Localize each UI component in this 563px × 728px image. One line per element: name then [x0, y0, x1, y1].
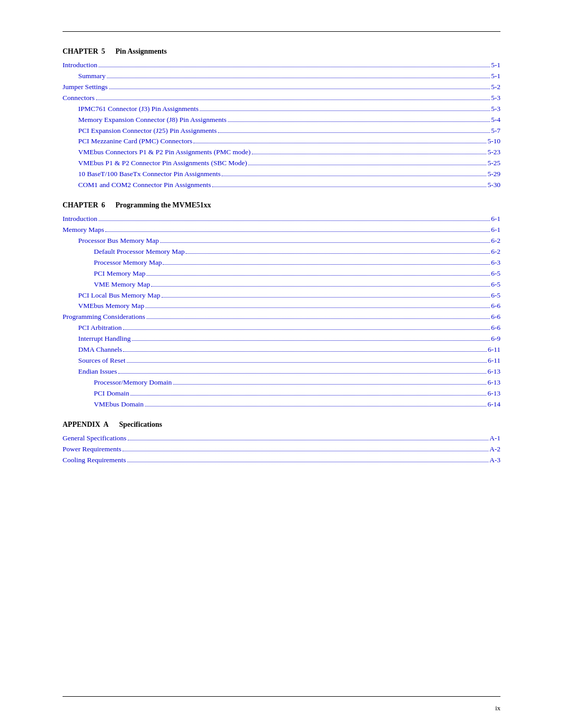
toc-page-number: 5-3: [491, 104, 500, 115]
toc-page-number: 5-7: [491, 126, 500, 137]
chapter6-heading: CHAPTER 6 Programming the MVME51xx: [63, 201, 500, 209]
toc-dots: [127, 362, 487, 363]
list-item: Memory Expansion Connector (J8) Pin Assi…: [63, 115, 500, 126]
appendixA-toc: General SpecificationsA-1Power Requireme…: [63, 433, 500, 466]
chapter6-label: CHAPTER: [63, 201, 98, 209]
list-item: Connectors5-3: [63, 93, 500, 104]
toc-page-number: 6-2: [491, 236, 500, 246]
toc-entry-text[interactable]: PCI Local Bus Memory Map: [78, 290, 161, 301]
toc-page-number: 5-10: [487, 136, 500, 147]
toc-entry-text[interactable]: PCI Arbitration: [78, 323, 122, 334]
toc-dots: [186, 253, 490, 254]
list-item: Summary5-1: [63, 71, 500, 82]
toc-entry-text[interactable]: PCI Mezzanine Card (PMC) Connectors: [78, 136, 192, 147]
chapter6-toc: Introduction6-1Memory Maps6-1Processor B…: [63, 214, 500, 410]
list-item: VMEbus Memory Map6-6: [63, 301, 500, 312]
toc-entry-text[interactable]: Memory Expansion Connector (J8) Pin Assi…: [78, 115, 227, 126]
list-item: PCI Arbitration6-6: [63, 323, 500, 334]
toc-page-number: 6-11: [488, 344, 500, 355]
list-item: Processor/Memory Domain6-13: [63, 377, 500, 388]
chapter5-title: Pin Assignments: [115, 47, 166, 56]
toc-entry-text[interactable]: Connectors: [63, 93, 95, 104]
toc-dots: [123, 351, 486, 352]
toc-entry-text[interactable]: Processor Bus Memory Map: [78, 236, 159, 246]
toc-dots: [132, 340, 490, 341]
list-item: Introduction6-1: [63, 214, 500, 225]
toc-dots: [146, 318, 490, 319]
toc-page-number: 6-5: [491, 268, 500, 279]
list-item: Memory Maps6-1: [63, 225, 500, 236]
toc-entry-text[interactable]: Default Processor Memory Map: [94, 246, 185, 257]
toc-entry-text[interactable]: VMEbus P1 & P2 Connector Pin Assignments…: [78, 158, 247, 169]
toc-page-number: 6-2: [491, 246, 500, 257]
toc-dots: [107, 78, 491, 78]
toc-dots: [145, 406, 487, 406]
toc-page-number: 5-1: [491, 71, 500, 82]
toc-page-number: 6-5: [491, 279, 500, 290]
toc-dots: [193, 143, 486, 143]
toc-page-number: 5-29: [487, 169, 500, 180]
toc-page-number: A-1: [489, 433, 500, 444]
toc-entry-text[interactable]: Interrupt Handling: [78, 334, 131, 344]
toc-page-number: 6-6: [491, 312, 500, 323]
toc-entry-text[interactable]: General Specifications: [63, 433, 127, 444]
toc-entry-text[interactable]: VME Memory Map: [94, 279, 150, 290]
appendixA-title: Specifications: [119, 421, 162, 429]
chapter5-heading: CHAPTER 5 Pin Assignments: [63, 47, 500, 56]
toc-entry-text[interactable]: VMEbus Memory Map: [78, 301, 144, 312]
chapter5-label: CHAPTER: [63, 47, 98, 56]
toc-entry-text[interactable]: PCI Expansion Connector (J25) Pin Assign…: [78, 126, 217, 137]
toc-entry-text[interactable]: Power Requirements: [63, 444, 121, 455]
toc-page-number: 6-13: [487, 366, 500, 377]
toc-entry-text[interactable]: Sources of Reset: [78, 355, 126, 366]
toc-entry-text[interactable]: Processor Memory Map: [94, 257, 162, 268]
list-item: VMEbus Connectors P1 & P2 Pin Assignment…: [63, 147, 500, 158]
toc-entry-text[interactable]: Introduction: [63, 60, 97, 71]
list-item: COM1 and COM2 Connector Pin Assignments5…: [63, 180, 500, 191]
list-item: Processor Memory Map6-3: [63, 257, 500, 268]
list-item: IPMC761 Connector (J3) Pin Assignments5-…: [63, 104, 500, 115]
appendixA-label: APPENDIX: [63, 421, 100, 429]
toc-dots: [160, 242, 490, 243]
toc-entry-text[interactable]: PCI Domain: [94, 388, 129, 399]
toc-dots: [118, 373, 487, 374]
toc-page-number: 6-6: [491, 301, 500, 312]
toc-entry-text[interactable]: Memory Maps: [63, 225, 104, 236]
list-item: Interrupt Handling6-9: [63, 334, 500, 344]
list-item: Jumper Settings5-2: [63, 82, 500, 93]
toc-entry-text[interactable]: Endian Issues: [78, 366, 117, 377]
page-footer: ix: [63, 704, 500, 712]
list-item: General SpecificationsA-1: [63, 433, 500, 444]
toc-dots: [145, 307, 490, 308]
list-item: VME Memory Map6-5: [63, 279, 500, 290]
toc-entry-text[interactable]: Summary: [78, 71, 106, 82]
toc-entry-text[interactable]: COM1 and COM2 Connector Pin Assignments: [78, 180, 211, 191]
page-number: ix: [495, 704, 500, 712]
toc-entry-text[interactable]: DMA Channels: [78, 344, 122, 355]
toc-page-number: 5-3: [491, 93, 500, 104]
list-item: PCI Expansion Connector (J25) Pin Assign…: [63, 126, 500, 137]
toc-page-number: 6-1: [491, 225, 500, 236]
toc-entry-text[interactable]: IPMC761 Connector (J3) Pin Assignments: [78, 104, 199, 115]
toc-dots: [123, 451, 488, 451]
toc-dots: [127, 462, 488, 462]
appendixA-id: A: [103, 421, 108, 429]
toc-dots: [228, 121, 490, 122]
toc-page-number: 6-13: [487, 377, 500, 388]
toc-page-number: A-3: [489, 455, 500, 466]
toc-entry-text[interactable]: 10 BaseT/100 BaseTx Connector Pin Assign…: [78, 169, 221, 180]
toc-entry-text[interactable]: VMEbus Connectors P1 & P2 Pin Assignment…: [78, 147, 251, 158]
toc-dots: [173, 384, 487, 385]
list-item: PCI Mezzanine Card (PMC) Connectors5-10: [63, 136, 500, 147]
toc-page-number: 5-4: [491, 115, 500, 126]
toc-entry-text[interactable]: VMEbus Domain: [94, 399, 144, 410]
toc-dots: [99, 220, 490, 221]
toc-entry-text[interactable]: PCI Memory Map: [94, 268, 145, 279]
bottom-rule: [63, 696, 500, 697]
toc-dots: [162, 297, 491, 298]
toc-entry-text[interactable]: Cooling Requirements: [63, 455, 126, 466]
toc-entry-text[interactable]: Programming Considerations: [63, 312, 145, 323]
toc-entry-text[interactable]: Processor/Memory Domain: [94, 377, 172, 388]
toc-entry-text[interactable]: Jumper Settings: [63, 82, 108, 93]
toc-entry-text[interactable]: Introduction: [63, 214, 97, 225]
